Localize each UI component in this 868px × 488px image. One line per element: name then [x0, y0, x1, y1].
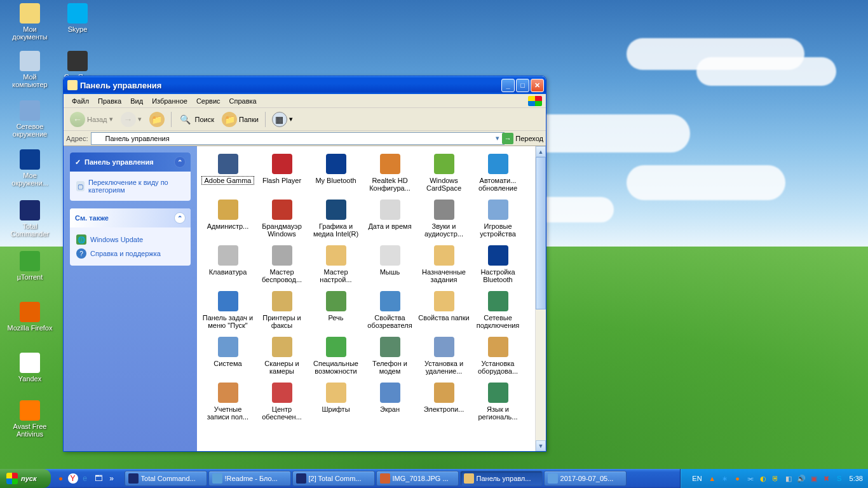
control-panel-item[interactable]: Графика и медиа Intel(R) [309, 198, 363, 239]
tray-bluetooth-icon[interactable]: ∗ [720, 473, 730, 484]
control-panel-item[interactable]: Центр обеспечен... [255, 381, 309, 422]
desktop-icon[interactable]: Mozilla Firefox [6, 302, 53, 332]
control-panel-item[interactable]: Электропи... [417, 381, 471, 422]
panel-header[interactable]: См. также ⌃ [70, 208, 191, 227]
control-panel-item[interactable]: Мастер настрой... [309, 244, 363, 285]
maximize-button[interactable]: □ [516, 79, 529, 92]
control-panel-item[interactable]: Дата и время [363, 198, 417, 239]
windows-update-link[interactable]: 🌐 Windows Update [76, 233, 184, 247]
control-panel-item[interactable]: Flash Player [255, 152, 309, 193]
desktop-icon[interactable]: Total Commander [6, 200, 53, 238]
taskbar-task[interactable]: IMG_7018.JPG ... [376, 471, 459, 486]
control-panel-item[interactable]: Клавиатура [201, 244, 255, 285]
collapse-icon[interactable]: ⌃ [174, 156, 186, 168]
ql-ie-icon[interactable]: e [79, 471, 92, 485]
folders-button[interactable]: 📁 Папки [219, 111, 261, 128]
control-panel-item[interactable]: Настройка Bluetooth [471, 244, 525, 285]
tray-volume-icon[interactable]: 🔊 [796, 473, 806, 484]
scroll-up-button[interactable]: ▲ [536, 146, 546, 157]
control-panel-item[interactable]: Телефон и модем [363, 336, 417, 376]
control-panel-item[interactable]: My Bluetooth [309, 152, 363, 193]
control-panel-item[interactable]: Брандмауэр Windows [255, 198, 309, 239]
control-panel-item[interactable]: Назначенные задания [417, 244, 471, 285]
control-panel-item[interactable]: Автомати... обновление [471, 152, 525, 193]
search-button[interactable]: 🔍 Поиск [175, 111, 217, 128]
control-panel-item[interactable]: Панель задач и меню "Пуск" [201, 290, 255, 330]
desktop-icon[interactable]: Avast Free Antivirus [6, 400, 53, 438]
tray-icon[interactable]: ▲ [707, 473, 717, 484]
app-icon [67, 51, 88, 71]
tray-shield-icon[interactable]: ⛨ [771, 473, 781, 484]
close-button[interactable]: ✕ [531, 79, 544, 92]
control-panel-item[interactable]: Мышь [363, 244, 417, 285]
tray-icon[interactable]: ◐ [758, 473, 768, 484]
taskbar-task[interactable]: !Readme - Бло... [208, 471, 291, 486]
start-button[interactable]: пуск [0, 469, 51, 488]
menu-item[interactable]: Правка [93, 96, 126, 106]
ql-firefox-icon[interactable]: ● [55, 471, 67, 485]
desktop-icon[interactable]: Мое окружени... [6, 149, 53, 187]
address-dropdown-icon[interactable]: ▾ [496, 134, 499, 142]
go-button[interactable]: → Переход [502, 133, 543, 144]
control-panel-item[interactable]: Adobe Gamma [201, 152, 255, 193]
up-button[interactable]: 📁 [147, 111, 167, 128]
control-panel-item[interactable]: Специальные возможности [309, 336, 363, 376]
scroll-thumb[interactable] [536, 157, 546, 309]
control-panel-item[interactable]: Свойства папки [417, 290, 471, 330]
tray-skype-icon[interactable]: S [834, 473, 844, 484]
cp-item-icon [218, 200, 238, 220]
panel-header[interactable]: ✓ Панель управления ⌃ [70, 152, 191, 172]
control-panel-item[interactable]: Realtek HD Конфигура... [363, 152, 417, 193]
desktop-icon[interactable]: Skype [54, 3, 101, 33]
menu-item[interactable]: Файл [67, 96, 93, 106]
control-panel-item[interactable]: Сетевые подключения [471, 290, 525, 330]
taskbar-task[interactable]: 2017-09-07_05... [544, 471, 627, 486]
ql-desktop-icon[interactable]: 🗔 [92, 471, 105, 485]
control-panel-item[interactable]: Установка оборудова... [471, 336, 525, 376]
tray-icon[interactable]: ◧ [783, 473, 794, 484]
taskbar-task[interactable]: Панель управл... [460, 471, 543, 486]
menu-item[interactable]: Избранное [147, 96, 192, 106]
switch-view-link[interactable]: ▢ Переключение к виду по категориям [76, 177, 184, 196]
tray-avast-icon[interactable]: ● [733, 473, 743, 484]
tray-network-icon[interactable]: ⫘ [745, 473, 756, 484]
language-indicator[interactable]: EN [689, 475, 704, 482]
desktop-icon[interactable]: Мой компьютер [6, 51, 53, 88]
collapse-icon[interactable]: ⌃ [174, 212, 186, 224]
control-panel-item[interactable]: Сканеры и камеры [255, 336, 309, 376]
control-panel-item[interactable]: Язык и региональ... [471, 381, 525, 422]
desktop-icon[interactable]: µTorrent [6, 251, 53, 281]
menu-item[interactable]: Сервис [192, 96, 225, 106]
taskbar-task[interactable]: [2] Total Comm... [292, 471, 375, 486]
tray-icon[interactable]: ▣ [809, 473, 819, 484]
tray-icon[interactable]: ✖ [822, 473, 832, 484]
ql-yandex-icon[interactable]: Y [68, 473, 78, 484]
control-panel-item[interactable]: Игровые устройства [471, 198, 525, 239]
control-panel-item[interactable]: Речь [309, 290, 363, 330]
control-panel-item[interactable]: Шрифты [309, 381, 363, 422]
control-panel-item[interactable]: Звуки и аудиоустр... [417, 198, 471, 239]
help-link[interactable]: ? Справка и поддержка [76, 247, 184, 261]
menu-item[interactable]: Вид [126, 96, 147, 106]
control-panel-item[interactable]: Windows CardSpace [417, 152, 471, 193]
scroll-down-button[interactable]: ▼ [536, 440, 546, 451]
control-panel-item[interactable]: Мастер беспровод... [255, 244, 309, 285]
clock[interactable]: 5:38 [847, 475, 863, 482]
titlebar[interactable]: Панель управления _ □ ✕ [64, 76, 546, 94]
control-panel-item[interactable]: Экран [363, 381, 417, 422]
views-button[interactable]: ▦ ▾ [269, 111, 295, 128]
control-panel-item[interactable]: Свойства обозревателя [363, 290, 417, 330]
ql-chevron-icon[interactable]: » [105, 471, 118, 485]
control-panel-item[interactable]: Установка и удаление... [417, 336, 471, 376]
control-panel-item[interactable]: Учетные записи пол... [201, 381, 255, 422]
minimize-button[interactable]: _ [501, 79, 515, 92]
desktop-icon[interactable]: Yandex [6, 353, 53, 383]
address-input[interactable] [91, 132, 505, 145]
taskbar-task[interactable]: Total Command... [125, 471, 207, 486]
control-panel-item[interactable]: Принтеры и факсы [255, 290, 309, 330]
desktop-icon[interactable]: Сетевое окружение [6, 100, 53, 138]
control-panel-item[interactable]: Администр... [201, 198, 255, 239]
menu-item[interactable]: Справка [225, 96, 261, 106]
desktop-icon[interactable]: Мои документы [6, 3, 53, 41]
control-panel-item[interactable]: Система [201, 336, 255, 376]
